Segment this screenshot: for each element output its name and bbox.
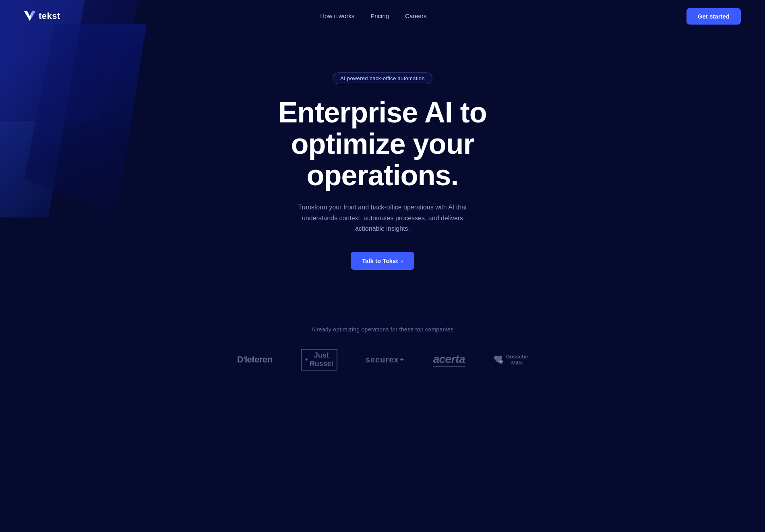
- get-started-button[interactable]: Get started: [686, 8, 741, 25]
- logo-acerta: acerta: [433, 353, 465, 367]
- nav-link-careers[interactable]: Careers: [405, 12, 426, 19]
- dossche-name-line1: Dossche: [506, 354, 528, 360]
- dossche-name-line2: Mills: [506, 360, 528, 366]
- logos-label: Already optimizing operations for these …: [32, 326, 733, 333]
- nav-links: How it works Pricing Careers: [320, 12, 426, 20]
- logo-icon: [24, 11, 35, 21]
- nav-item-how-it-works[interactable]: How it works: [320, 12, 354, 20]
- logo-dieteren: D'Ieteren: [237, 354, 273, 365]
- brand-name: tekst: [39, 11, 60, 21]
- logo-securex: securex ✦: [366, 355, 405, 364]
- hero-headline: Enterprise AI to optimize your operation…: [232, 97, 533, 191]
- nav-item-careers[interactable]: Careers: [405, 12, 426, 20]
- logo-dossche-mills: Dossche Mills: [493, 354, 528, 366]
- logos-grid: D'Ieteren + JustRussel securex ✦ acerta: [32, 349, 733, 371]
- hero-headline-line1: Enterprise AI to: [278, 96, 486, 128]
- hero-cta-arrow-icon: ›: [401, 258, 403, 264]
- hero-cta-label: Talk to Tekst: [362, 257, 398, 264]
- jr-label: JustRussel: [310, 351, 333, 368]
- securex-text: securex: [366, 355, 399, 364]
- dossche-heart-icon: [493, 355, 504, 364]
- acerta-text: acerta: [433, 353, 465, 367]
- nav-link-how-it-works[interactable]: How it works: [320, 12, 354, 19]
- hero-headline-line2: optimize your operations.: [291, 128, 474, 191]
- hero-subtext: Transform your front and back-office ope…: [298, 202, 467, 234]
- nav-link-pricing[interactable]: Pricing: [370, 12, 389, 19]
- securex-star-icon: ✦: [399, 356, 405, 363]
- hero-section: AI powered back-office automation Enterp…: [0, 32, 765, 302]
- logo-just-russel: + JustRussel: [301, 349, 337, 371]
- jr-plus-icon: +: [305, 356, 308, 363]
- logo-dieteren-text: D: [237, 354, 243, 364]
- logos-section: Already optimizing operations for these …: [0, 302, 765, 403]
- logo-link[interactable]: tekst: [24, 11, 60, 21]
- nav-item-pricing[interactable]: Pricing: [370, 12, 389, 20]
- navbar: tekst How it works Pricing Careers Get s…: [0, 0, 765, 32]
- talk-to-tekst-button[interactable]: Talk to Tekst ›: [351, 252, 414, 270]
- hero-badge: AI powered back-office automation: [333, 72, 432, 84]
